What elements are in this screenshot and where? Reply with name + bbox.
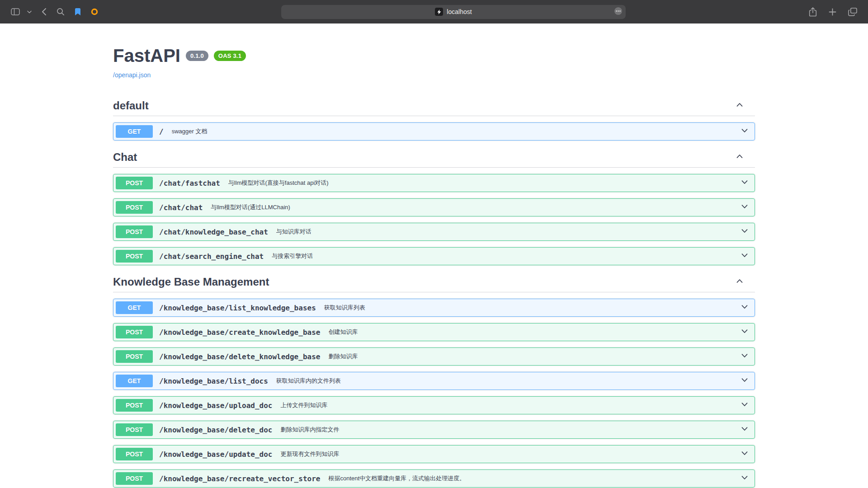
sidebar-icon bbox=[11, 8, 20, 15]
tag-sections: default GET / swagger 文档 Chat POST /chat… bbox=[113, 95, 755, 488]
tag-title: Knowledge Base Management bbox=[113, 275, 269, 288]
chevron-down-icon[interactable] bbox=[740, 178, 749, 188]
operation-path: /knowledge_base/list_docs bbox=[159, 377, 268, 385]
operation-path: /knowledge_base/update_doc bbox=[159, 450, 272, 459]
method-badge: POST bbox=[116, 423, 153, 436]
operation-row[interactable]: POST /chat/knowledge_base_chat 与知识库对话 bbox=[113, 223, 755, 241]
operation-path: / bbox=[159, 127, 164, 136]
method-badge: POST bbox=[116, 225, 153, 238]
chevron-down-icon[interactable] bbox=[740, 202, 749, 213]
operation-row[interactable]: POST /knowledge_base/delete_knowledge_ba… bbox=[113, 347, 755, 366]
plus-icon bbox=[829, 8, 836, 16]
chevron-up-icon[interactable] bbox=[735, 277, 744, 287]
method-badge: POST bbox=[116, 350, 153, 363]
operation-row[interactable]: POST /chat/chat 与llm模型对话(通过LLMChain) bbox=[113, 198, 755, 216]
operation-path: /knowledge_base/delete_knowledge_base bbox=[159, 352, 320, 361]
operation-description: 与llm模型对话(直接与fastchat api对话) bbox=[228, 179, 740, 187]
share-button[interactable] bbox=[806, 5, 820, 19]
new-tab-button[interactable] bbox=[826, 5, 839, 19]
operation-description: 与知识库对话 bbox=[276, 228, 740, 236]
operation-row[interactable]: POST /knowledge_base/delete_doc 删除知识库内指定… bbox=[113, 421, 755, 439]
chevron-down-icon[interactable] bbox=[740, 126, 749, 137]
operation-row[interactable]: GET /knowledge_base/list_docs 获取知识库内的文件列… bbox=[113, 372, 755, 390]
oas-badge: OAS 3.1 bbox=[214, 51, 246, 61]
operation-description: 删除知识库 bbox=[328, 352, 740, 361]
operation-description: 删除知识库内指定文件 bbox=[280, 426, 740, 434]
share-icon bbox=[809, 7, 817, 17]
search-icon bbox=[57, 8, 65, 16]
operation-path: /chat/search_engine_chat bbox=[159, 252, 264, 261]
chevron-down-icon[interactable] bbox=[740, 424, 749, 435]
operation-row[interactable]: GET / swagger 文档 bbox=[113, 122, 755, 141]
operation-row[interactable]: POST /knowledge_base/update_doc 更新现有文件到知… bbox=[113, 445, 755, 463]
operations-list: POST /chat/fastchat 与llm模型对话(直接与fastchat… bbox=[113, 174, 755, 265]
method-badge: POST bbox=[116, 326, 153, 338]
operation-description: 与llm模型对话(通过LLMChain) bbox=[211, 203, 740, 211]
chevron-up-icon[interactable] bbox=[735, 100, 744, 111]
toolbar-right-group bbox=[806, 5, 860, 19]
tag-header[interactable]: default bbox=[113, 95, 755, 116]
pinned-tab-blue-button[interactable] bbox=[72, 5, 84, 19]
sidebar-toggle-button[interactable] bbox=[8, 5, 23, 18]
back-button[interactable] bbox=[39, 5, 49, 19]
chevron-down-icon[interactable] bbox=[740, 449, 749, 460]
operation-row[interactable]: POST /knowledge_base/upload_doc 上传文件到知识库 bbox=[113, 396, 755, 414]
method-badge: POST bbox=[116, 448, 153, 460]
tag-header[interactable]: Chat bbox=[113, 147, 755, 168]
operation-row[interactable]: GET /knowledge_base/list_knowledge_bases… bbox=[113, 299, 755, 317]
chevron-down-icon[interactable] bbox=[740, 327, 749, 338]
version-badge: 0.1.0 bbox=[186, 51, 208, 61]
tag-header[interactable]: Knowledge Base Management bbox=[113, 272, 755, 292]
site-favicon bbox=[435, 8, 443, 16]
operation-path: /knowledge_base/upload_doc bbox=[159, 401, 272, 410]
tag-title: Chat bbox=[113, 150, 137, 164]
chevron-down-icon[interactable] bbox=[740, 473, 749, 484]
method-badge: GET bbox=[116, 375, 153, 387]
method-badge: POST bbox=[116, 472, 153, 485]
operation-description: 根据content中文档重建向量库，流式输出处理进度。 bbox=[328, 474, 740, 483]
content-wrapper: FastAPI 0.1.0 OAS 3.1 /openapi.json defa… bbox=[104, 23, 764, 488]
chevron-down-icon[interactable] bbox=[740, 351, 749, 362]
operation-row[interactable]: POST /chat/fastchat 与llm模型对话(直接与fastchat… bbox=[113, 174, 755, 192]
chevron-down-icon[interactable] bbox=[740, 226, 749, 237]
method-badge: GET bbox=[116, 125, 153, 138]
chevron-up-icon[interactable] bbox=[735, 152, 744, 163]
operation-path: /knowledge_base/delete_doc bbox=[159, 426, 272, 434]
operation-row[interactable]: POST /knowledge_base/recreate_vector_sto… bbox=[113, 469, 755, 488]
operation-row[interactable]: POST /chat/search_engine_chat 与搜索引擎对话 bbox=[113, 247, 755, 265]
pinned-tab-orange-button[interactable] bbox=[88, 5, 101, 18]
chevron-down-icon[interactable] bbox=[740, 302, 749, 313]
sidebar-menu-button[interactable] bbox=[27, 8, 34, 16]
page-options-button[interactable] bbox=[614, 7, 623, 17]
operation-description: swagger 文档 bbox=[172, 127, 740, 136]
url-text: localhost bbox=[447, 8, 472, 15]
chevron-down-icon[interactable] bbox=[740, 251, 749, 262]
search-button[interactable] bbox=[54, 5, 67, 19]
api-info: FastAPI 0.1.0 OAS 3.1 /openapi.json bbox=[113, 23, 755, 79]
address-bar[interactable]: localhost bbox=[281, 5, 626, 19]
tabs-icon bbox=[848, 8, 857, 16]
chevron-down-icon[interactable] bbox=[740, 375, 749, 386]
operations-list: GET / swagger 文档 bbox=[113, 122, 755, 141]
operation-description: 获取知识库内的文件列表 bbox=[276, 377, 740, 385]
openapi-link[interactable]: /openapi.json bbox=[113, 71, 151, 79]
method-badge: GET bbox=[116, 301, 153, 314]
tab-overview-button[interactable] bbox=[845, 5, 860, 19]
operation-row[interactable]: POST /knowledge_base/create_knowledge_ba… bbox=[113, 323, 755, 341]
method-badge: POST bbox=[116, 201, 153, 214]
operations-list: GET /knowledge_base/list_knowledge_bases… bbox=[113, 299, 755, 488]
bookmark-icon bbox=[75, 8, 81, 16]
toolbar-left-group bbox=[8, 5, 101, 19]
operation-path: /chat/chat bbox=[159, 203, 203, 212]
tag-section: default GET / swagger 文档 bbox=[113, 95, 755, 141]
operation-description: 获取知识库列表 bbox=[324, 304, 740, 312]
api-title-text: FastAPI bbox=[113, 44, 180, 67]
operation-path: /chat/fastchat bbox=[159, 179, 220, 188]
tag-section: Knowledge Base Management GET /knowledge… bbox=[113, 272, 755, 488]
toolbar-center-group: localhost bbox=[101, 5, 806, 19]
ring-icon bbox=[91, 8, 98, 15]
back-icon bbox=[42, 8, 47, 16]
swagger-page: FastAPI 0.1.0 OAS 3.1 /openapi.json defa… bbox=[0, 23, 868, 488]
method-badge: POST bbox=[116, 250, 153, 263]
chevron-down-icon[interactable] bbox=[740, 400, 749, 411]
